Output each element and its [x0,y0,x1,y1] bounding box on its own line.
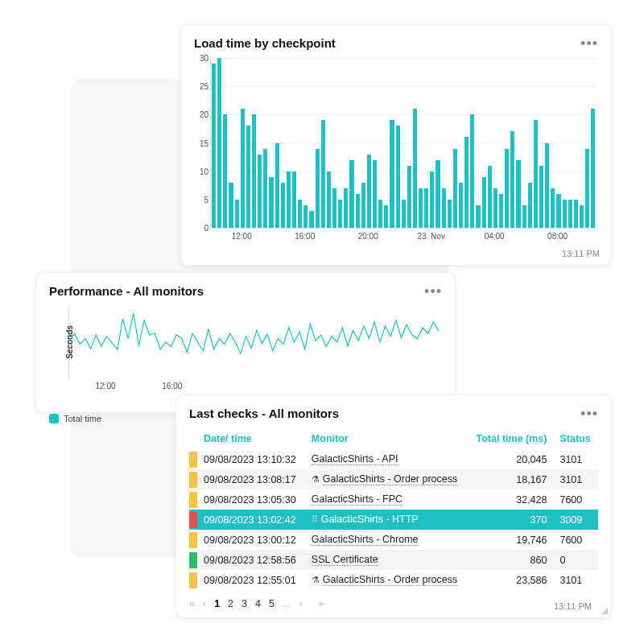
bar[interactable] [338,200,342,228]
bar[interactable] [430,171,434,228]
bar[interactable] [303,205,308,228]
bar[interactable] [499,194,503,228]
bar[interactable] [269,177,273,228]
more-icon[interactable]: ••• [424,288,442,295]
page-prev-icon[interactable]: ‹ [203,598,206,609]
bar[interactable] [459,183,463,228]
x-tick: 12:00 [232,232,252,241]
bar[interactable] [516,160,520,228]
cell-monitor[interactable]: GalacticShirts - Order process [323,574,457,586]
bar[interactable] [390,120,394,228]
cell-monitor[interactable]: GalacticShirts - Chrome [312,534,419,546]
page-next-icon[interactable]: › [299,598,302,609]
bar[interactable] [287,171,291,228]
bar[interactable] [563,200,567,228]
bar[interactable] [344,188,348,228]
bar[interactable] [263,149,267,228]
page-last-icon[interactable]: » [318,598,324,609]
bar[interactable] [316,149,320,228]
col-total[interactable]: Total time (ms) [468,428,553,449]
bar[interactable] [367,155,371,228]
bar[interactable] [223,114,227,228]
bar[interactable] [464,137,469,228]
cell-monitor[interactable]: GalacticShirts - HTTP [321,514,419,526]
table-row[interactable]: 09/08/2023 12:55:01⚗GalacticShirts - Ord… [189,570,598,590]
resize-handle-icon[interactable] [600,606,608,614]
bar[interactable] [327,171,331,228]
more-icon[interactable]: ••• [580,40,598,47]
table-row[interactable]: 09/08/2023 13:10:32GalacticShirts - API2… [189,449,598,469]
table-row[interactable]: 09/08/2023 13:02:42⠿GalacticShirts - HTT… [189,510,598,530]
bar[interactable] [356,194,360,228]
cell-monitor[interactable]: GalacticShirts - FPC [312,493,402,506]
bar[interactable] [292,171,296,228]
bar[interactable] [258,155,262,228]
page-number[interactable]: 1 [214,598,220,609]
bar[interactable] [384,205,388,228]
bar[interactable] [212,64,216,228]
bar[interactable] [309,211,313,228]
bar[interactable] [528,183,532,228]
table-row[interactable]: 09/08/2023 13:00:12GalacticShirts - Chro… [189,530,598,550]
bar[interactable] [235,200,239,228]
cell-monitor[interactable]: GalacticShirts - API [312,453,398,465]
bar[interactable] [349,160,353,228]
bar[interactable] [361,183,365,228]
bar[interactable] [298,200,302,228]
bar[interactable] [378,200,382,228]
bar[interactable] [551,188,555,228]
col-monitor[interactable]: Monitor [305,428,468,449]
bar[interactable] [252,114,256,228]
bar[interactable] [442,188,446,228]
bar[interactable] [229,183,233,228]
bar[interactable] [332,188,336,228]
bar[interactable] [510,131,514,228]
table-row[interactable]: 09/08/2023 13:05:30GalacticShirts - FPC3… [189,489,598,510]
bar[interactable] [396,126,400,228]
bar[interactable] [591,109,595,228]
y-tick: 25 [194,82,208,91]
bar[interactable] [275,143,279,229]
page-number[interactable]: 5 [269,598,275,609]
table-row[interactable]: 09/08/2023 12:58:56SSL Certificate8600 [189,550,598,570]
col-status[interactable]: Status [553,428,598,449]
bar[interactable] [413,109,417,228]
bar[interactable] [448,200,452,228]
bar[interactable] [534,120,538,228]
cell-monitor[interactable]: GalacticShirts - Order process [323,473,457,485]
bar[interactable] [476,205,480,228]
bar[interactable] [436,160,440,228]
bar[interactable] [545,143,549,229]
bar[interactable] [246,126,250,228]
page-number[interactable]: 2 [228,598,233,609]
bar[interactable] [402,200,406,228]
bar[interactable] [585,149,589,228]
more-icon[interactable]: ••• [580,411,598,417]
bar[interactable] [419,188,423,228]
page-number[interactable]: 3 [242,598,247,609]
table-row[interactable]: 09/08/2023 13:08:17⚗GalacticShirts - Ord… [189,469,598,489]
bar[interactable] [470,114,474,228]
page-first-icon[interactable]: « [189,598,195,609]
bar[interactable] [482,177,486,228]
bar[interactable] [217,58,221,228]
bar[interactable] [241,109,245,228]
bar[interactable] [281,183,285,228]
bar[interactable] [580,205,584,228]
bar[interactable] [522,205,526,228]
bar[interactable] [453,149,457,228]
bar[interactable] [407,166,411,228]
bar[interactable] [488,166,492,228]
bar[interactable] [373,160,377,228]
bar[interactable] [574,200,578,228]
bar[interactable] [505,149,509,228]
bar[interactable] [321,120,325,228]
bar[interactable] [568,200,572,228]
page-number[interactable]: 4 [255,598,261,609]
bar[interactable] [493,188,497,228]
bar[interactable] [539,166,543,228]
cell-monitor[interactable]: SSL Certificate [312,554,378,566]
col-date[interactable]: Date/ time [197,428,305,449]
bar[interactable] [424,188,428,228]
bar[interactable] [556,194,560,228]
